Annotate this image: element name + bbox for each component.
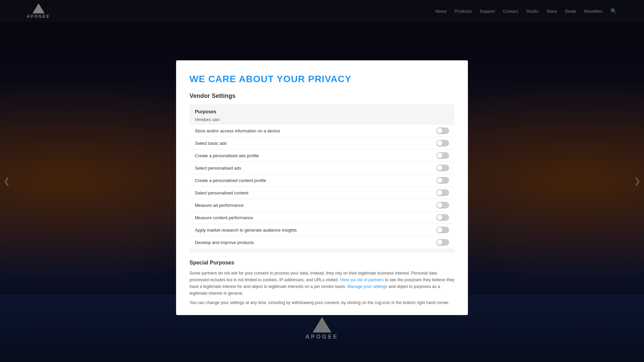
toggle-row: Store and/or access information on a dev… xyxy=(190,125,454,137)
special-purposes-title: Special Purposes xyxy=(190,260,454,266)
toggle-label: Select basic ads xyxy=(195,141,227,146)
special-text-1: Some partners do not ask for your consen… xyxy=(190,270,454,297)
toggle-row: Create a personalised ads profile xyxy=(190,149,454,162)
toggle-label: Create a personalised content profile xyxy=(195,178,266,183)
settings-change-note: You can change your settings at any time… xyxy=(190,299,454,306)
toggle-switch[interactable] xyxy=(436,127,449,134)
purposes-container: Purposes Vendors can: Store and/or acces… xyxy=(190,104,454,253)
toggle-label: Measure ad performance xyxy=(195,203,244,208)
toggle-switch[interactable] xyxy=(436,177,449,184)
toggle-row: Apply market research to generate audien… xyxy=(190,224,454,236)
toggle-switch[interactable] xyxy=(436,152,449,159)
toggle-row: Select personalised content xyxy=(190,187,454,199)
manage-settings-link[interactable]: Manage your settings xyxy=(347,284,387,289)
toggle-label: Create a personalised ads profile xyxy=(195,153,259,158)
toggle-label: Select personalised ads xyxy=(195,166,241,171)
special-purposes-section: Special Purposes Some partners do not as… xyxy=(190,260,454,306)
toggle-row: Select basic ads xyxy=(190,137,454,149)
toggle-row: Develop and improve products xyxy=(190,236,454,248)
toggle-label: Measure content performance xyxy=(195,215,253,220)
toggle-row: Measure ad performance xyxy=(190,199,454,212)
toggle-row: Select personalised ads xyxy=(190,162,454,174)
toggle-label: Apply market research to generate audien… xyxy=(195,228,297,233)
toggle-switch[interactable] xyxy=(436,239,449,246)
vendors-can-label: Vendors can: xyxy=(190,117,454,125)
modal-footer: Manage Settings Vendors Accept All Rejec… xyxy=(190,313,454,315)
toggle-label: Select personalised content xyxy=(195,190,249,195)
toggle-switch[interactable] xyxy=(436,189,449,196)
vendor-settings-title: Vendor Settings xyxy=(190,93,454,100)
toggle-switch[interactable] xyxy=(436,214,449,221)
toggle-rows-container: Store and/or access information on a dev… xyxy=(190,125,454,248)
toggle-switch[interactable] xyxy=(436,165,449,171)
modal-title: WE CARE ABOUT YOUR PRIVACY xyxy=(190,74,454,84)
toggle-label: Store and/or access information on a dev… xyxy=(195,128,280,133)
toggle-switch[interactable] xyxy=(436,202,449,208)
partners-link[interactable]: View our list of partners xyxy=(340,278,384,282)
modal-backdrop: WE CARE ABOUT YOUR PRIVACY Vendor Settin… xyxy=(0,0,644,362)
privacy-modal: WE CARE ABOUT YOUR PRIVACY Vendor Settin… xyxy=(176,60,468,315)
toggle-row: Measure content performance xyxy=(190,212,454,224)
toggle-row: Create a personalised content profile xyxy=(190,174,454,187)
purposes-label: Purposes xyxy=(190,109,454,114)
toggle-label: Develop and improve products xyxy=(195,240,254,245)
toggle-switch[interactable] xyxy=(436,140,449,146)
toggle-switch[interactable] xyxy=(436,227,449,233)
